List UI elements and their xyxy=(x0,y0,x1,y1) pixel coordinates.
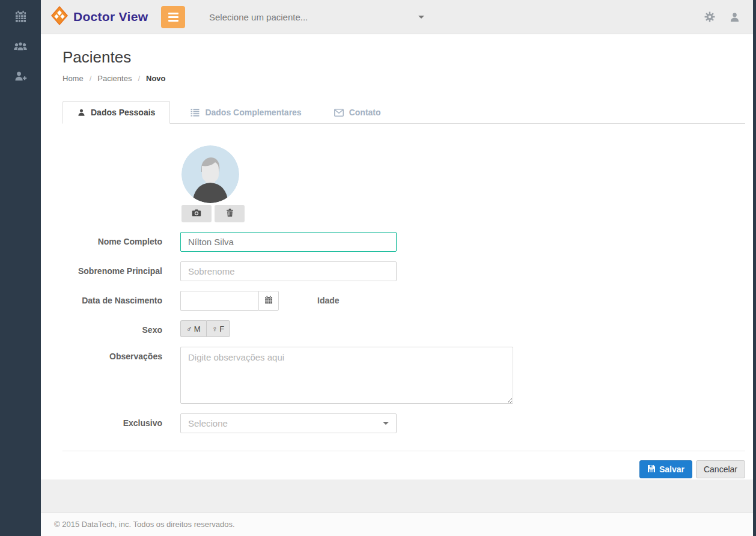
tab-dados-pessoais[interactable]: Dados Pessoais xyxy=(62,101,170,124)
user-icon xyxy=(78,108,85,117)
observacoes-label: Observações xyxy=(62,347,162,361)
exclusivo-select[interactable]: Selecione xyxy=(180,413,397,433)
settings-button[interactable] xyxy=(704,11,715,22)
date-input-group xyxy=(180,291,279,311)
breadcrumb-current: Novo xyxy=(146,74,166,83)
topbar-right xyxy=(704,11,743,22)
user-plus-icon xyxy=(14,70,27,82)
page-title: Pacientes xyxy=(62,48,745,67)
patient-select-dropdown[interactable]: Selecione um paciente... xyxy=(209,12,424,22)
cancel-button-label: Cancelar xyxy=(704,464,737,474)
tab-label: Dados Complementares xyxy=(205,108,301,117)
camera-icon xyxy=(192,209,201,219)
calendar-icon xyxy=(264,296,273,306)
cancel-button[interactable]: Cancelar xyxy=(696,460,745,478)
female-label: F xyxy=(219,324,224,333)
sexo-female-button[interactable]: ♀ F xyxy=(206,320,231,337)
main-content: Pacientes Home / Pacientes / Novo Dados … xyxy=(41,35,753,480)
tab-label: Contato xyxy=(349,108,381,117)
brand-name: Doctor View xyxy=(73,10,148,24)
patient-select-placeholder: Selecione um paciente... xyxy=(209,12,308,22)
nome-input[interactable] xyxy=(180,232,397,252)
save-button[interactable]: Salvar xyxy=(639,460,692,478)
app-window: Doctor View Selecione um paciente... xyxy=(0,0,756,536)
envelope-icon xyxy=(334,109,344,117)
tab-label: Dados Pessoais xyxy=(91,108,155,117)
scrollbar[interactable] xyxy=(753,0,756,536)
save-button-label: Salvar xyxy=(659,464,684,474)
sobrenome-input[interactable] xyxy=(180,261,397,281)
copyright-text: © 2015 DataTech, inc. Todos os direitos … xyxy=(54,520,235,529)
breadcrumb-pacientes-link[interactable]: Pacientes xyxy=(97,74,132,83)
account-button[interactable] xyxy=(730,12,740,22)
observacoes-textarea[interactable] xyxy=(180,347,513,404)
top-header: Doctor View Selecione um paciente... xyxy=(41,0,753,34)
breadcrumb-separator: / xyxy=(90,74,92,83)
exclusivo-label: Exclusivo xyxy=(62,413,162,428)
sidebar xyxy=(0,0,41,536)
hamburger-icon xyxy=(168,13,178,22)
chevron-down-icon xyxy=(418,16,424,19)
breadcrumb-separator: / xyxy=(138,74,140,83)
form-row-nome: Nome Completo xyxy=(62,232,745,252)
male-label: M xyxy=(194,324,201,333)
gear-icon xyxy=(704,11,715,22)
delete-photo-button[interactable] xyxy=(215,205,245,222)
form-actions: Salvar Cancelar xyxy=(62,451,745,478)
brand-logo[interactable]: Doctor View xyxy=(50,5,160,28)
patient-photo-block xyxy=(181,145,745,222)
sidebar-item-new-patient[interactable] xyxy=(0,61,41,91)
sexo-toggle-group: ♂ M ♀ F xyxy=(180,320,230,337)
menu-toggle-button[interactable] xyxy=(161,6,185,28)
nascimento-input[interactable] xyxy=(180,291,258,311)
tab-dados-complementares[interactable]: Dados Complementares xyxy=(178,102,313,123)
form-row-sobrenome: Sobrenome Principal xyxy=(62,261,745,281)
avatar xyxy=(181,145,239,203)
calendar-icon xyxy=(14,10,27,23)
datepicker-button[interactable] xyxy=(258,291,279,311)
female-icon: ♀ xyxy=(212,324,218,333)
sobrenome-label: Sobrenome Principal xyxy=(62,261,162,276)
nascimento-label: Data de Nascimento xyxy=(62,291,162,305)
male-icon: ♂ xyxy=(186,324,192,333)
content-bottom-band xyxy=(41,480,753,512)
form-row-sexo: Sexo ♂ M ♀ F xyxy=(62,320,745,337)
trash-icon xyxy=(226,209,234,219)
breadcrumb-home-link[interactable]: Home xyxy=(62,74,84,83)
tab-panel-dados-pessoais: Nome Completo Sobrenome Principal Data d… xyxy=(62,124,745,478)
list-icon xyxy=(191,108,200,117)
user-icon xyxy=(730,12,740,22)
sidebar-item-patients[interactable] xyxy=(0,31,41,61)
chevron-down-icon xyxy=(383,422,389,425)
exclusivo-placeholder: Selecione xyxy=(188,418,228,428)
form-row-exclusivo: Exclusivo Selecione xyxy=(62,413,745,433)
page-footer: © 2015 DataTech, inc. Todos os direitos … xyxy=(41,512,753,536)
idade-label: Idade xyxy=(317,291,340,305)
tab-bar: Dados Pessoais Dados Complementares xyxy=(62,101,745,124)
nome-label: Nome Completo xyxy=(62,232,162,246)
tab-contato[interactable]: Contato xyxy=(322,102,393,123)
sexo-male-button[interactable]: ♂ M xyxy=(180,320,206,337)
upload-photo-button[interactable] xyxy=(181,205,212,222)
sexo-label: Sexo xyxy=(62,320,162,335)
form-row-observacoes: Observações xyxy=(62,347,745,404)
brand-diamond-icon xyxy=(50,5,69,28)
form-row-nascimento: Data de Nascimento xyxy=(62,291,745,311)
sidebar-item-agenda[interactable] xyxy=(0,1,41,31)
breadcrumb: Home / Pacientes / Novo xyxy=(62,74,745,83)
users-icon xyxy=(13,40,28,53)
avatar-actions xyxy=(181,205,745,222)
save-icon xyxy=(647,464,656,475)
